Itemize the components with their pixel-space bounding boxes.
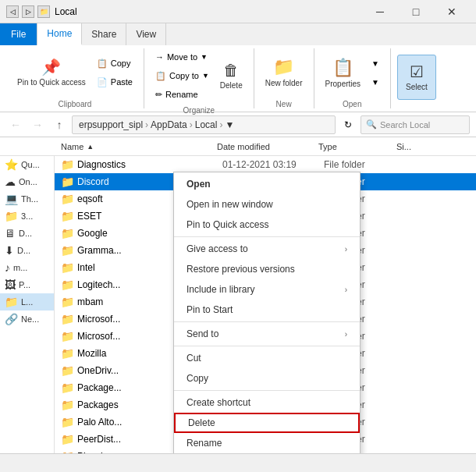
ctx-item-label: Delete xyxy=(188,417,215,428)
file-icon: 📁 xyxy=(61,416,74,428)
maximize-button[interactable]: □ xyxy=(398,0,434,23)
sidebar-item-quick[interactable]: ⭐Qu... xyxy=(0,156,54,173)
clipboard-label: Clipboard xyxy=(59,100,92,108)
context-menu-divider xyxy=(174,346,360,346)
title-bar: ◁ ▷ 📁 Local ─ □ ✕ xyxy=(0,0,476,23)
col-name-sort-icon: ▲ xyxy=(87,143,94,151)
ctx-item-label: Create shortcut xyxy=(186,397,250,408)
open-label: Open xyxy=(343,100,361,108)
sidebar-item-pics[interactable]: 🖼P... xyxy=(0,276,54,293)
up-button[interactable]: ↑ xyxy=(50,115,69,134)
pin-icon: 📌 xyxy=(41,58,61,76)
col-date-header[interactable]: Date modified xyxy=(217,142,318,151)
context-menu-item-create-shortcut[interactable]: Create shortcut xyxy=(174,392,360,413)
pin-to-quick-button[interactable]: 📌 Pin to Quick access xyxy=(12,50,91,95)
address-path[interactable]: erpsupport_sipl › AppData › Local › ▼ xyxy=(72,115,336,134)
properties-button[interactable]: 📋 Properties xyxy=(321,50,366,95)
context-menu-item-restore-versions[interactable]: Restore previous versions xyxy=(174,259,360,279)
sidebar-item-3[interactable]: 📁3... xyxy=(0,208,54,225)
copy-to-dropdown: ▼ xyxy=(202,72,209,80)
file-icon: 📁 xyxy=(61,193,74,205)
open-dropdown-2[interactable]: ▼ xyxy=(367,73,384,90)
context-menu-item-give-access[interactable]: Give access to› xyxy=(174,239,360,259)
tab-home[interactable]: Home xyxy=(37,23,82,45)
minimize-button[interactable]: ─ xyxy=(362,0,398,23)
new-folder-button[interactable]: 📁 New folder xyxy=(261,50,307,95)
title-bar-controls: ─ □ ✕ xyxy=(362,0,470,23)
paste-icon: 📄 xyxy=(97,77,108,87)
sidebar-label-downloads: D... xyxy=(17,246,30,255)
file-type: File folder xyxy=(324,159,402,170)
status-bar xyxy=(0,453,476,472)
file-row[interactable]: 📁 Diagnostics 01-12-2021 03:19 File fold… xyxy=(55,156,476,173)
sidebar-icon-pics: 🖼 xyxy=(5,279,16,291)
forward-tb-icon[interactable]: ▷ xyxy=(22,5,34,18)
context-menu-item-delete[interactable]: Delete xyxy=(174,413,360,433)
context-menu-item-rename[interactable]: Rename xyxy=(174,433,360,453)
title-bar-icons: ◁ ▷ 📁 xyxy=(6,5,50,18)
file-icon: 📁 xyxy=(61,433,74,445)
file-icon: 📁 xyxy=(61,330,74,342)
back-icon[interactable]: ◁ xyxy=(6,5,19,18)
forward-button[interactable]: → xyxy=(28,115,47,134)
context-menu-item-open[interactable]: Open xyxy=(174,174,360,194)
organize-label: Organize xyxy=(183,106,215,115)
paste-button[interactable]: 📄 Paste xyxy=(92,73,137,90)
copy-to-icon: 📋 xyxy=(155,71,166,81)
move-to-button[interactable]: → Move to ▼ xyxy=(151,48,214,66)
open-dropdown-1[interactable]: ▼ xyxy=(367,55,384,72)
context-menu-item-open-new-window[interactable]: Open in new window xyxy=(174,194,360,215)
file-icon: 📁 xyxy=(61,382,74,394)
open-sub-btns: ▼ ▼ xyxy=(367,55,384,90)
path-dropdown[interactable]: ▼ xyxy=(225,119,234,130)
sidebar-item-onedrive[interactable]: ☁On... xyxy=(0,173,54,190)
back-button[interactable]: ← xyxy=(6,115,25,134)
file-icon: 📁 xyxy=(61,313,74,325)
context-menu-item-pin-start[interactable]: Pin to Start xyxy=(174,300,360,320)
move-to-dropdown: ▼ xyxy=(201,53,208,61)
tab-view[interactable]: View xyxy=(126,23,166,45)
ctx-item-label: Pin to Start xyxy=(186,304,233,315)
file-icon: 📁 xyxy=(61,244,74,257)
tab-share[interactable]: Share xyxy=(82,23,126,45)
rename-icon: ✏ xyxy=(155,90,162,100)
col-name-header[interactable]: Name ▲ xyxy=(61,142,217,151)
context-menu-item-send-to[interactable]: Send to› xyxy=(174,324,360,344)
new-group: 📁 New folder New xyxy=(254,48,314,108)
copy-label: Copy xyxy=(111,59,131,68)
context-menu-divider xyxy=(174,236,360,237)
col-size-header[interactable]: Si... xyxy=(396,142,470,151)
sidebar-item-ne[interactable]: 🔗Ne... xyxy=(0,311,54,328)
copy-button[interactable]: 📋 Copy xyxy=(92,55,137,72)
file-icon: 📁 xyxy=(61,261,74,274)
sidebar-item-downloads[interactable]: ⬇D... xyxy=(0,242,54,259)
context-menu-item-copy[interactable]: Copy xyxy=(174,368,360,389)
col-type-header[interactable]: Type xyxy=(318,142,396,151)
select-label: Select xyxy=(406,83,428,91)
sidebar-item-desktop[interactable]: 🖥D... xyxy=(0,225,54,242)
copy-icon: 📋 xyxy=(97,59,108,69)
refresh-button[interactable]: ↻ xyxy=(339,115,357,134)
rename-button[interactable]: ✏ Rename xyxy=(151,86,214,103)
folder-tb-icon: 📁 xyxy=(37,5,50,18)
open-items: 📋 Properties ▼ ▼ xyxy=(321,48,384,97)
context-menu-item-include-library[interactable]: Include in library› xyxy=(174,279,360,300)
sidebar-item-thispc[interactable]: 💻Th... xyxy=(0,190,54,208)
ctx-item-label: Cut xyxy=(186,353,201,364)
context-menu-item-cut[interactable]: Cut xyxy=(174,348,360,368)
tab-file[interactable]: File xyxy=(0,23,37,45)
file-icon: 📁 xyxy=(61,210,74,222)
close-button[interactable]: ✕ xyxy=(434,0,470,23)
new-items: 📁 New folder xyxy=(261,48,307,97)
select-button[interactable]: ☑ Select xyxy=(397,55,436,100)
sidebar-label-music: m... xyxy=(13,263,27,272)
sidebar-item-local[interactable]: 📁L... xyxy=(0,293,54,311)
context-menu-item-pin-quick-access[interactable]: Pin to Quick access xyxy=(174,215,360,235)
search-box[interactable]: 🔍 Search Local xyxy=(361,115,470,134)
sidebar-icon-ne: 🔗 xyxy=(5,313,18,325)
sidebar-item-music[interactable]: ♪m... xyxy=(0,259,54,276)
copy-to-button[interactable]: 📋 Copy to ▼ xyxy=(151,67,214,84)
properties-label: Properties xyxy=(325,80,361,88)
title-bar-left: ◁ ▷ 📁 Local xyxy=(6,5,77,18)
delete-button[interactable]: 🗑 Delete xyxy=(215,60,247,91)
